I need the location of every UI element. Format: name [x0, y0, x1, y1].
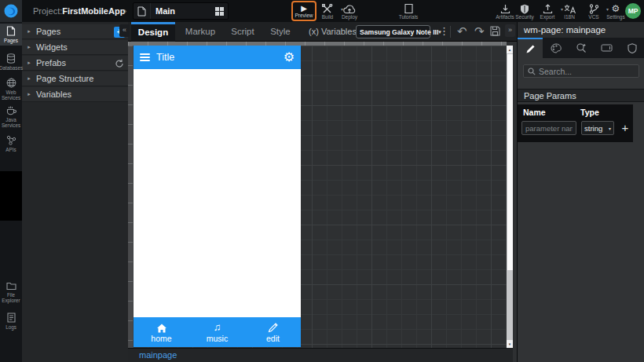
page-tab-mainpage[interactable]: mainpage	[139, 349, 177, 362]
download-icon	[500, 2, 510, 14]
build-tools-icon	[322, 2, 333, 14]
canvas-scrollbar[interactable]: ▴ ▾	[507, 46, 513, 348]
phone-bottom-nav: home ♫ music edit	[134, 317, 301, 347]
page-grid-icon[interactable]	[210, 7, 228, 16]
canvas-toolbar: Design Markup Script Style (x) Variables…	[128, 22, 517, 42]
param-name-input[interactable]	[521, 121, 576, 135]
canvas-menu-button[interactable]: ⋮	[439, 22, 449, 42]
tutorials-button[interactable]: Tutorials	[397, 0, 420, 22]
build-button[interactable]: Build ▾	[317, 0, 338, 22]
tab-device[interactable]	[594, 38, 619, 58]
settings-button[interactable]: ⚙ Settings ▾	[605, 0, 627, 22]
section-variables[interactable]: ▸ Variables	[22, 87, 128, 102]
nav-item-home[interactable]: home	[134, 317, 189, 347]
properties-tabs	[518, 38, 644, 58]
toolbar-divider	[450, 26, 451, 38]
pencil-icon	[525, 44, 536, 54]
collapse-right-panel-button[interactable]: »	[505, 24, 515, 37]
i18n-button[interactable]: I18N	[560, 0, 579, 22]
book-icon	[404, 2, 413, 14]
column-header-name: Name	[523, 108, 546, 117]
scrollbar-corner	[507, 348, 513, 362]
expand-icon: ▸	[22, 91, 36, 97]
upload-icon	[543, 2, 553, 14]
shield-outline-icon	[628, 43, 637, 53]
device-selector[interactable]: Samsung Galaxy Note III ▾	[356, 25, 430, 38]
globe-icon	[6, 78, 16, 88]
language-icon	[564, 2, 576, 14]
sidebar-item-apis[interactable]: APIs	[0, 132, 22, 155]
phone-preview[interactable]: Title ⚙ home ♫ music ed	[134, 46, 301, 347]
music-note-icon: ♫	[214, 321, 221, 333]
database-icon	[6, 53, 16, 64]
redo-button[interactable]: ↷	[474, 22, 485, 42]
tab-properties[interactable]	[518, 38, 543, 58]
save-button[interactable]	[490, 26, 500, 38]
scrollbar-thumb[interactable]	[507, 54, 513, 270]
properties-search[interactable]	[523, 64, 639, 78]
undo-button[interactable]: ↶	[457, 22, 467, 42]
sidebar-item-logs[interactable]: Logs	[0, 309, 22, 333]
pages-icon	[6, 26, 16, 36]
section-pages[interactable]: ▸ Pages +	[22, 24, 128, 39]
git-branch-icon	[589, 2, 599, 14]
tab-style[interactable]: Style	[265, 22, 296, 42]
section-widgets[interactable]: ▸ Widgets	[22, 40, 128, 55]
palette-icon	[551, 43, 562, 53]
phone-page-title: Title	[156, 52, 174, 63]
sidebar-item-databases[interactable]: Databases	[0, 51, 22, 73]
caret-down-icon: ▾	[609, 126, 611, 131]
export-button[interactable]: Export ▾	[537, 0, 558, 22]
tab-styles[interactable]	[543, 38, 568, 58]
vcs-button[interactable]: VCS ▾	[584, 0, 603, 22]
security-button[interactable]: Security	[514, 0, 536, 22]
device-icon	[601, 44, 613, 52]
expand-icon: ▸	[22, 75, 36, 82]
collapse-panel-button[interactable]: «	[119, 24, 130, 37]
folder-icon	[6, 282, 16, 291]
nav-item-edit[interactable]: edit	[245, 317, 301, 347]
refresh-icon[interactable]	[115, 59, 124, 68]
variables-dropdown[interactable]: (x) Variables ▾	[309, 22, 362, 42]
param-type-select[interactable]: string ▾	[581, 121, 614, 135]
nav-item-music[interactable]: ♫ music	[189, 317, 245, 347]
scroll-up-button[interactable]: ▴	[507, 46, 513, 53]
deploy-button[interactable]: Deploy	[338, 0, 360, 22]
page-doc-icon	[134, 3, 151, 19]
cloud-upload-icon	[343, 2, 356, 14]
tab-markup[interactable]: Markup	[180, 22, 221, 42]
add-param-button[interactable]: +	[619, 120, 631, 136]
api-nodes-icon	[6, 135, 16, 145]
phone-header[interactable]: Title ⚙	[134, 46, 301, 69]
scroll-down-button[interactable]: ▾	[507, 340, 513, 348]
search-input[interactable]	[539, 67, 635, 76]
section-prefabs[interactable]: ▸ Prefabs	[22, 56, 128, 71]
artifacts-button[interactable]: Artifacts	[494, 0, 516, 22]
sidebar-item-file-explorer[interactable]: File Explorer	[0, 278, 22, 306]
sidebar-item-web-services[interactable]: Web Services	[0, 75, 22, 102]
page-selector[interactable]: Main	[133, 2, 229, 20]
section-page-structure[interactable]: ▸ Page Structure	[22, 71, 128, 86]
expand-icon: ▸	[22, 44, 36, 50]
play-icon: ▶	[301, 4, 307, 13]
tab-security[interactable]	[620, 38, 644, 58]
tab-events[interactable]	[569, 38, 594, 58]
user-avatar[interactable]: MP	[625, 3, 641, 19]
tab-design[interactable]: Design	[131, 22, 175, 42]
canvas-area: Design Markup Script Style (x) Variables…	[128, 22, 517, 362]
activity-sidebar: Pages Databases Web Services Java Servic…	[0, 22, 22, 362]
gear-icon[interactable]: ⚙	[284, 46, 295, 69]
project-label: Project:	[33, 6, 62, 16]
sidebar-item-pages[interactable]: Pages	[0, 24, 22, 46]
hamburger-menu-icon[interactable]	[140, 53, 150, 62]
preview-button[interactable]: ▶ Preview	[291, 1, 317, 21]
page-params-header: Page Params	[518, 89, 644, 102]
app-logo[interactable]	[0, 0, 22, 22]
sidebar-item-java-services[interactable]: Java Services	[0, 104, 22, 130]
tab-script[interactable]: Script	[225, 22, 260, 42]
sidebar-spacer	[0, 171, 22, 221]
search-star-icon	[576, 42, 587, 53]
page-tabs-bar: mainpage	[128, 348, 507, 362]
expand-icon: ▸	[22, 60, 36, 66]
home-icon	[156, 321, 167, 333]
